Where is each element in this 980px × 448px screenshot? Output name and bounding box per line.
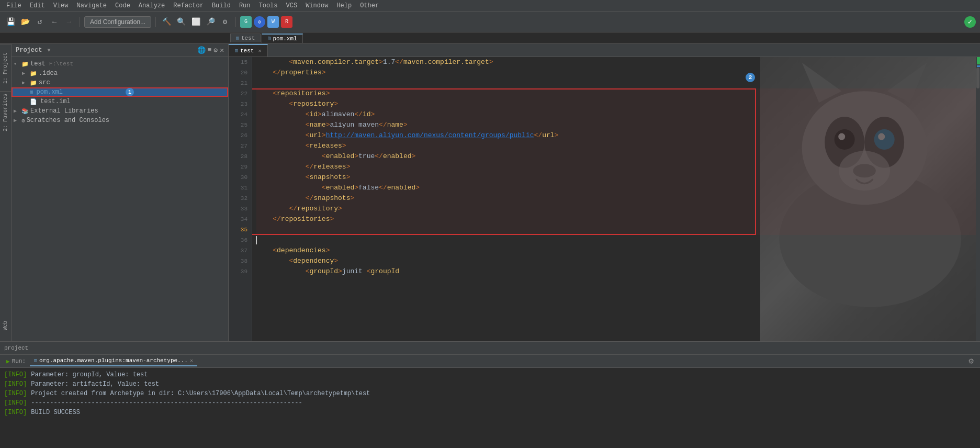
text-cursor (256, 236, 257, 244)
tree-label-src: src (39, 79, 50, 86)
tree-label-testiml: test.iml (40, 98, 71, 105)
toolbar-extra1-btn[interactable]: ⚙ (219, 16, 231, 28)
editor-scrollbar[interactable] (976, 57, 980, 341)
code-line-30: <snapshots> (256, 172, 976, 183)
run-icon: ▶ (6, 358, 10, 365)
code-line-38: <dependency> (256, 256, 976, 266)
run-label[interactable]: ▶ Run: (2, 356, 30, 366)
toolbar-icon-w[interactable]: W (267, 16, 279, 28)
tree-label-idea: .idea (39, 70, 58, 77)
breadcrumb-text: project (4, 345, 28, 351)
file-tab-pom-label: pom.xml (273, 36, 297, 42)
toolbar-hammer-btn[interactable]: 🔨 (160, 16, 173, 28)
run-text-2: Parameter: artifactId, Value: test (31, 379, 159, 389)
menu-refactor[interactable]: Refactor (169, 1, 208, 10)
menu-tools[interactable]: Tools (255, 1, 282, 10)
menu-build[interactable]: Build (208, 1, 235, 10)
code-line-31: <enabled>false</enabled> (256, 183, 976, 193)
tree-item-testiml[interactable]: 📄 test.iml (12, 97, 228, 106)
run-line-3: [INFO] Project created from Archetype in… (4, 389, 976, 398)
run-text-4: ----------------------------------------… (31, 398, 302, 408)
editor-tab-close[interactable]: ✕ (258, 48, 261, 54)
tree-label-test: test (30, 60, 46, 68)
menu-run[interactable]: Run (235, 1, 255, 10)
toolbar-open-btn[interactable]: 📂 (19, 16, 31, 28)
toolbar-save-btn[interactable]: 💾 (4, 16, 17, 28)
run-settings-icon[interactable]: ⚙ (964, 356, 978, 366)
xml-file-icon-pom: m (30, 89, 33, 95)
toolbar-icon-green[interactable]: G (240, 16, 252, 28)
file-tab-test[interactable]: m test (230, 33, 261, 42)
line-num-25: 25 (229, 120, 247, 130)
project-dropdown-icon[interactable]: ▼ (47, 48, 50, 53)
project-close-icon[interactable]: ✕ (220, 46, 224, 54)
run-content: [INFO] Parameter: groupId, Value: test [… (0, 368, 980, 448)
scroll-indicator-blue (977, 65, 980, 67)
line-num-30: 30 (229, 172, 247, 183)
scratches-icon: ⚙ (21, 117, 25, 124)
maven-icon-2: m (267, 36, 271, 41)
line-num-27: 27 (229, 141, 247, 151)
tree-item-pom[interactable]: m pom.xml (12, 87, 228, 97)
tree-label-scratches: Scratches and Consoles (27, 117, 109, 124)
menu-window[interactable]: Window (301, 1, 332, 10)
editor-tab-test[interactable]: m test ✕ (229, 44, 268, 57)
project-gear-icon[interactable]: ⚙ (213, 46, 218, 54)
tree-item-src[interactable]: ▶ 📁 src (12, 78, 228, 87)
toolbar-find-btn[interactable]: 🔎 (204, 16, 217, 28)
line-num-33: 33 (229, 204, 247, 214)
menu-file[interactable]: File (2, 1, 26, 10)
project-header-icons: 🌐 ≡ ⚙ ✕ (197, 46, 224, 54)
menu-view[interactable]: View (49, 1, 73, 10)
code-line-21 (256, 78, 976, 88)
code-line-23: <repository> (256, 99, 976, 109)
project-globe-icon[interactable]: 🌐 (197, 46, 206, 54)
code-content[interactable]: <maven.compiler.target>1.7</maven.compil… (252, 57, 980, 341)
tree-item-scratches[interactable]: ▶ ⚙ Scratches and Consoles (12, 116, 228, 125)
code-line-28: <enabled>true</enabled> (256, 151, 976, 162)
menu-help[interactable]: Help (332, 1, 356, 10)
line-num-15: 15 (229, 57, 247, 68)
run-info-4: [INFO] (4, 398, 27, 408)
menu-vcs[interactable]: VCS (282, 1, 302, 10)
sidebar-tab-web[interactable]: Web (0, 310, 11, 341)
menu-edit[interactable]: Edit (26, 1, 49, 10)
toolbar-sync-btn[interactable]: ↺ (33, 16, 46, 28)
toolbar-sep2 (155, 17, 156, 27)
run-tab-bar: ▶ Run: m org.apache.maven.plugins:maven-… (0, 355, 980, 368)
editor-tab-bar: m test ✕ (229, 44, 980, 57)
badge-2: 2 (746, 73, 755, 82)
sidebar-tab-favorites[interactable]: 2: Favorites (0, 91, 11, 133)
run-tab-close-btn[interactable]: ✕ (190, 357, 193, 364)
tree-item-extlibs[interactable]: ▶ 📚 External Libraries (12, 106, 228, 116)
run-text-1: Parameter: groupId, Value: test (31, 370, 148, 379)
line-num-36: 36 (229, 235, 247, 245)
project-panel-header: Project ▼ 🌐 ≡ ⚙ ✕ (12, 44, 228, 57)
code-line-34: </repositories> (256, 214, 976, 225)
tree-item-test-root[interactable]: ▾ 📁 test F:\test (12, 59, 228, 69)
toolbar-icon-blue[interactable]: ⊘ (254, 16, 265, 28)
toolbar-icon-r[interactable]: R (281, 16, 292, 28)
toolbar-forward-btn[interactable]: → (63, 16, 75, 28)
menu-other[interactable]: Other (356, 1, 383, 10)
menu-code[interactable]: Code (111, 1, 134, 10)
tree-label-pom: pom.xml (37, 88, 63, 96)
toolbar-layout-btn[interactable]: ⬜ (189, 16, 202, 28)
sidebar-tab-project[interactable]: 1: Project (0, 44, 11, 91)
tree-item-idea[interactable]: ▶ 📁 .idea (12, 69, 228, 78)
success-icon[interactable]: ✓ (964, 16, 976, 28)
add-configuration-button[interactable]: Add Configuration... (84, 16, 151, 28)
code-line-20: </properties> (256, 68, 976, 78)
run-tab-active[interactable]: m org.apache.maven.plugins:maven-archety… (30, 356, 197, 366)
line-num-38: 38 (229, 256, 247, 266)
run-text-5: BUILD SUCCESS (31, 408, 80, 417)
toolbar-back-btn[interactable]: ← (48, 16, 61, 28)
file-tab-pom[interactable]: m pom.xml (262, 33, 302, 43)
line-num-35: 35 (229, 225, 247, 235)
menu-navigate[interactable]: Navigate (72, 1, 111, 10)
file-tab-test-label: test (241, 35, 255, 41)
menu-analyze[interactable]: Analyze (134, 1, 169, 10)
toolbar-search-btn[interactable]: 🔍 (175, 16, 187, 28)
code-line-24: <id>alimaven</id> (256, 109, 976, 120)
project-collapse-icon[interactable]: ≡ (208, 46, 212, 54)
